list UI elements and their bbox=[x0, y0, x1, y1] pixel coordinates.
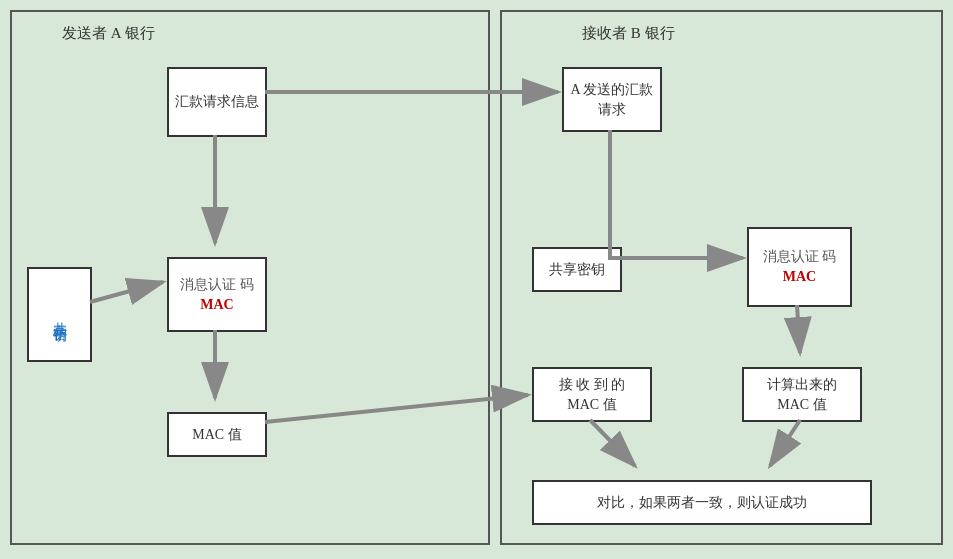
remit-request-label: 汇款请求信息 bbox=[175, 92, 259, 112]
mac-computed-box: 计算出来的 MAC 值 bbox=[742, 367, 862, 422]
compare-label: 对比，如果两者一致，则认证成功 bbox=[597, 493, 807, 513]
right-panel-title: 接收者 B 银行 bbox=[582, 24, 675, 43]
shared-key-box-left: 共享密钥 bbox=[27, 267, 92, 362]
mac-value-box-left: MAC 值 bbox=[167, 412, 267, 457]
mac-title-left: 消息认证 码 bbox=[180, 275, 254, 295]
shared-key-label-right: 共享密钥 bbox=[549, 260, 605, 280]
remit-received-box: A 发送的汇款 请求 bbox=[562, 67, 662, 132]
mac-received-line1: 接 收 到 的 bbox=[559, 375, 626, 395]
remit-received-line1: A 发送的汇款 bbox=[571, 80, 654, 100]
mac-received-box: 接 收 到 的 MAC 值 bbox=[532, 367, 652, 422]
mac-label-right: MAC bbox=[783, 267, 816, 287]
compare-box: 对比，如果两者一致，则认证成功 bbox=[532, 480, 872, 525]
mac-label-left: MAC bbox=[200, 295, 233, 315]
main-container: 发送者 A 银行 汇款请求信息 消息认证 码 MAC MAC 值 共享密钥 接收… bbox=[0, 0, 953, 559]
shared-key-label-left: 共享密钥 bbox=[50, 311, 70, 319]
mac-value-label-left: MAC 值 bbox=[192, 425, 241, 445]
left-panel-title: 发送者 A 银行 bbox=[62, 24, 155, 43]
left-panel: 发送者 A 银行 汇款请求信息 消息认证 码 MAC MAC 值 共享密钥 bbox=[10, 10, 490, 545]
mac-title-right: 消息认证 码 bbox=[763, 247, 837, 267]
mac-box-left: 消息认证 码 MAC bbox=[167, 257, 267, 332]
mac-computed-line2: MAC 值 bbox=[777, 395, 826, 415]
shared-key-box-right: 共享密钥 bbox=[532, 247, 622, 292]
right-panel: 接收者 B 银行 A 发送的汇款 请求 共享密钥 消息认证 码 MAC 接 收 … bbox=[500, 10, 943, 545]
remit-request-box: 汇款请求信息 bbox=[167, 67, 267, 137]
remit-received-line2: 请求 bbox=[598, 100, 626, 120]
mac-box-right: 消息认证 码 MAC bbox=[747, 227, 852, 307]
mac-computed-line1: 计算出来的 bbox=[767, 375, 837, 395]
mac-received-line2: MAC 值 bbox=[567, 395, 616, 415]
